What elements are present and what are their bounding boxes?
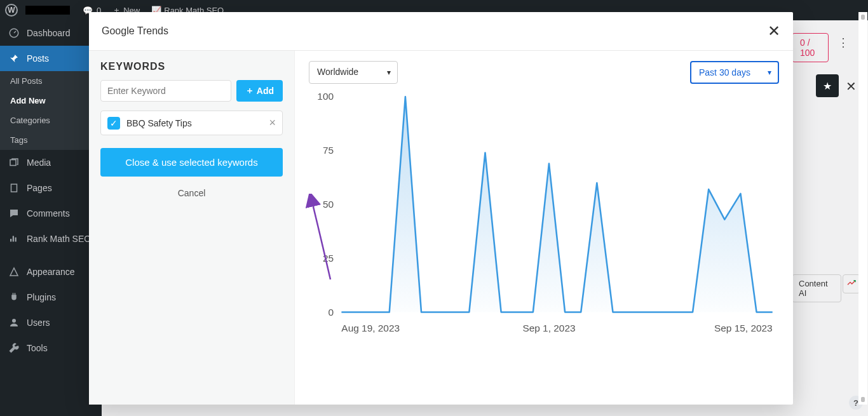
star-button[interactable]: ★ [816, 74, 839, 97]
google-trends-modal: Google Trends ✕ KEYWORDS ＋ Add ✓ BBQ Saf… [89, 12, 793, 405]
svg-point-3 [12, 319, 16, 323]
sidebar-item-dashboard[interactable]: Dashboard [0, 20, 102, 46]
comments-icon [8, 207, 20, 220]
sidebar-item-label: Users [27, 318, 50, 328]
redacted-site-name [25, 6, 70, 15]
sidebar-item-label: Plugins [27, 292, 56, 302]
sidebar-item-comments[interactable]: Comments [0, 201, 102, 226]
modal-close-button[interactable]: ✕ [768, 22, 780, 40]
seo-score-badge[interactable]: 0 / 100 [792, 33, 829, 62]
sidebar-item-label: Tools [27, 343, 48, 353]
trends-chart: 0255075100Aug 19, 2023Sep 1, 2023Sep 15,… [309, 90, 779, 332]
sidebar-item-users[interactable]: Users [0, 310, 102, 335]
chevron-down-icon: ▾ [387, 68, 391, 77]
keywords-panel: KEYWORDS ＋ Add ✓ BBQ Safety Tips × Close… [89, 51, 295, 405]
plugins-icon [8, 291, 20, 304]
pushpin-icon [8, 52, 20, 65]
modal-header: Google Trends ✕ [89, 12, 793, 51]
svg-text:Aug 19, 2023: Aug 19, 2023 [341, 323, 400, 333]
sidebar-item-label: Appearance [27, 267, 75, 277]
content-ai-button[interactable]: Content AI [792, 274, 841, 302]
media-icon [8, 156, 20, 169]
keywords-heading: KEYWORDS [100, 61, 283, 72]
svg-text:100: 100 [317, 91, 334, 102]
close-use-keywords-button[interactable]: Close & use selected keywords [100, 148, 283, 177]
add-keyword-button[interactable]: ＋ Add [236, 80, 283, 102]
plus-icon: ＋ [245, 85, 254, 97]
users-icon [8, 316, 20, 329]
panel-close-icon[interactable]: ✕ [846, 79, 857, 94]
editor-right-panel: 0 / 100 ⋮ ★ ✕ Content AI [792, 20, 868, 401]
pages-icon [8, 182, 20, 194]
kebab-menu-icon[interactable]: ⋮ [837, 36, 849, 50]
modal-scrollbar[interactable] [858, 12, 867, 405]
tools-icon [8, 342, 20, 354]
remove-keyword-icon[interactable]: × [269, 116, 276, 130]
svg-rect-2 [11, 184, 17, 192]
sidebar-item-label: Rank Math SEO [27, 234, 90, 244]
chart-panel: Worldwide ▾ Past 30 days ▾ 0255075100Aug… [295, 51, 793, 405]
chevron-down-icon: ▾ [768, 68, 771, 77]
wp-admin-sidebar: Dashboard Posts All Posts Add New Catego… [0, 20, 102, 416]
sidebar-item-media[interactable]: Media [0, 150, 102, 175]
add-label: Add [257, 86, 274, 96]
sidebar-item-posts[interactable]: Posts [0, 46, 102, 71]
rank-math-icon [8, 232, 20, 245]
sidebar-item-appearance[interactable]: Appearance [0, 259, 102, 285]
trends-icon-button[interactable] [843, 274, 860, 293]
keyword-chip[interactable]: ✓ BBQ Safety Tips × [100, 111, 283, 135]
svg-text:50: 50 [323, 199, 334, 210]
region-select[interactable]: Worldwide ▾ [309, 61, 398, 84]
svg-text:Sep 1, 2023: Sep 1, 2023 [522, 323, 575, 333]
cancel-link[interactable]: Cancel [100, 188, 283, 198]
sidebar-item-pages[interactable]: Pages [0, 175, 102, 201]
sidebar-item-rank-math[interactable]: Rank Math SEO [0, 226, 102, 252]
svg-rect-1 [10, 160, 16, 166]
region-select-label: Worldwide [317, 67, 358, 77]
sidebar-sub-add-new[interactable]: Add New [0, 91, 102, 111]
sidebar-sub-tags[interactable]: Tags [0, 130, 102, 150]
star-icon: ★ [823, 80, 832, 92]
wp-logo-icon[interactable]: W [5, 4, 18, 17]
sidebar-sub-all-posts[interactable]: All Posts [0, 71, 102, 91]
svg-text:75: 75 [323, 145, 334, 156]
appearance-icon [8, 265, 20, 278]
svg-text:25: 25 [323, 253, 334, 264]
modal-title: Google Trends [102, 25, 168, 37]
svg-text:Sep 15, 2023: Sep 15, 2023 [714, 323, 773, 333]
sidebar-item-label: Dashboard [27, 28, 71, 38]
sidebar-item-plugins[interactable]: Plugins [0, 285, 102, 310]
sidebar-item-label: Pages [27, 183, 52, 193]
svg-text:0: 0 [328, 307, 334, 318]
sidebar-item-tools[interactable]: Tools [0, 335, 102, 361]
sidebar-item-label: Posts [27, 53, 49, 64]
keyword-checkbox[interactable]: ✓ [107, 117, 120, 130]
time-range-label: Past 30 days [699, 67, 750, 77]
keyword-chip-label: BBQ Safety Tips [126, 118, 192, 128]
time-range-select[interactable]: Past 30 days ▾ [690, 61, 779, 84]
keyword-input[interactable] [100, 80, 231, 102]
sidebar-sub-categories[interactable]: Categories [0, 111, 102, 130]
sidebar-item-label: Comments [27, 208, 70, 218]
sidebar-item-label: Media [27, 158, 51, 168]
dashboard-icon [8, 27, 20, 39]
